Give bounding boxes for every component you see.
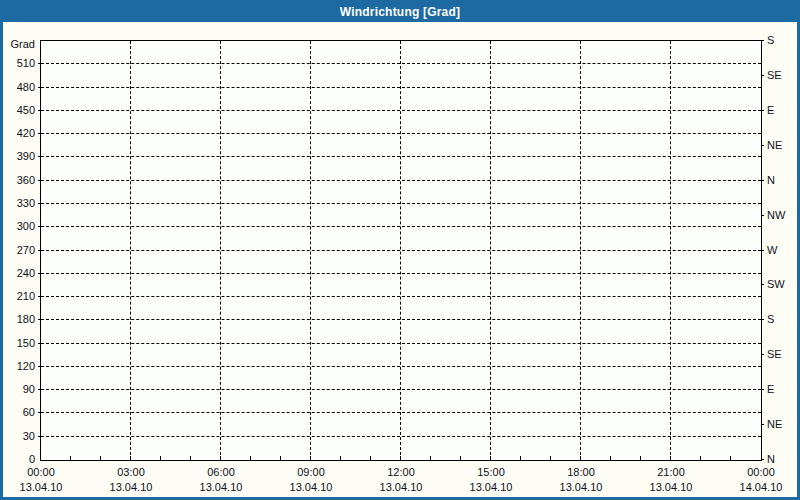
y-grid-line bbox=[41, 412, 761, 413]
x-tick-date: 13.04.10 bbox=[266, 481, 356, 493]
x-axis-minor-tick bbox=[430, 456, 431, 460]
y-axis-left-tick-label: 240 bbox=[17, 267, 35, 280]
y-axis-left-tick bbox=[38, 319, 41, 320]
y-axis-left-tick-label: 390 bbox=[17, 150, 35, 163]
y-grid-line bbox=[41, 226, 761, 227]
window-title-bar: Windrichtung [Grad] bbox=[3, 3, 797, 22]
x-tick-date: 13.04.10 bbox=[356, 481, 446, 493]
x-axis-tick-label: 06:0013.04.10 bbox=[176, 460, 266, 493]
y-axis-left-tick bbox=[38, 133, 41, 134]
x-axis-tick-label: 09:0013.04.10 bbox=[266, 460, 356, 493]
y-grid-line bbox=[41, 366, 761, 367]
x-tick-date: 14.04.10 bbox=[716, 481, 800, 493]
x-axis-tick-label: 00:0014.04.10 bbox=[716, 460, 800, 493]
x-axis-minor-tick bbox=[100, 456, 101, 460]
y-grid-line bbox=[41, 343, 761, 344]
page-title: Windrichtung [Grad] bbox=[340, 5, 460, 19]
x-tick-time: 00:00 bbox=[0, 466, 86, 478]
y-grid-line bbox=[41, 296, 761, 297]
y-axis-left-tick-label: 300 bbox=[17, 220, 35, 233]
y-grid-line bbox=[41, 273, 761, 274]
y-grid-line bbox=[41, 180, 761, 181]
chart-window: Windrichtung [Grad] 03060901201501802102… bbox=[0, 0, 800, 500]
y-axis-left-tick bbox=[38, 203, 41, 204]
y-grid-line bbox=[41, 63, 761, 64]
x-axis-tick-label: 03:0013.04.10 bbox=[86, 460, 176, 493]
y-grid-line bbox=[41, 133, 761, 134]
y-axis-left-tick-label: 180 bbox=[17, 313, 35, 326]
x-grid-line bbox=[490, 41, 491, 460]
x-axis-minor-tick bbox=[160, 456, 161, 460]
x-grid-line bbox=[580, 41, 581, 460]
x-tick-time: 03:00 bbox=[86, 466, 176, 478]
x-axis-minor-tick bbox=[550, 456, 551, 460]
y-axis-left-tick-label: 30 bbox=[23, 430, 35, 443]
y-grid-line bbox=[41, 87, 761, 88]
x-axis-minor-tick bbox=[190, 456, 191, 460]
x-tick-date: 13.04.10 bbox=[0, 481, 86, 493]
x-tick-time: 15:00 bbox=[446, 466, 536, 478]
y-axis-right-tick-label: S bbox=[767, 313, 774, 326]
x-tick-time: 06:00 bbox=[176, 466, 266, 478]
y-axis-right-tick-label: S bbox=[767, 34, 774, 47]
y-axis-right-tick-label: N bbox=[767, 174, 775, 187]
y-grid-line bbox=[41, 156, 761, 157]
y-axis-right-tick bbox=[761, 424, 764, 425]
y-axis-right-tick bbox=[761, 250, 764, 251]
x-axis-minor-tick bbox=[730, 456, 731, 460]
y-axis-left-tick-label: 210 bbox=[17, 290, 35, 303]
y-grid-line bbox=[41, 110, 761, 111]
x-tick-date: 13.04.10 bbox=[176, 481, 266, 493]
y-axis-right-tick bbox=[761, 145, 764, 146]
x-axis-tick-label: 12:0013.04.10 bbox=[356, 460, 446, 493]
y-axis-right-tick-label: W bbox=[767, 244, 777, 257]
y-axis-left-tick-label: 270 bbox=[17, 244, 35, 257]
y-axis-left-tick-label: 90 bbox=[23, 383, 35, 396]
y-axis-left-tick bbox=[38, 226, 41, 227]
x-axis-minor-tick bbox=[70, 456, 71, 460]
x-axis-minor-tick bbox=[310, 456, 311, 460]
x-axis-minor-tick bbox=[520, 456, 521, 460]
x-axis-minor-tick bbox=[340, 456, 341, 460]
y-axis-left-tick-label: 450 bbox=[17, 104, 35, 117]
x-axis-minor-tick bbox=[670, 456, 671, 460]
y-axis-right-tick-label: SE bbox=[767, 69, 782, 82]
y-axis-left-tick bbox=[38, 296, 41, 297]
plot-area: 0306090120150180210240270300330360390420… bbox=[40, 40, 762, 461]
x-axis-minor-tick bbox=[220, 456, 221, 460]
y-axis-right-tick bbox=[761, 215, 764, 216]
y-axis-right-tick bbox=[761, 180, 764, 181]
x-tick-time: 00:00 bbox=[716, 466, 800, 478]
x-grid-line bbox=[130, 41, 131, 460]
y-grid-line bbox=[41, 203, 761, 204]
x-axis-minor-tick bbox=[460, 456, 461, 460]
x-axis-tick-label: 18:0013.04.10 bbox=[536, 460, 626, 493]
x-axis-minor-tick bbox=[280, 456, 281, 460]
y-axis-right-tick bbox=[761, 319, 764, 320]
y-axis-left-tick bbox=[38, 110, 41, 111]
x-tick-time: 21:00 bbox=[626, 466, 716, 478]
y-axis-left-tick-label: 120 bbox=[17, 360, 35, 373]
y-axis-left-tick-label: 330 bbox=[17, 197, 35, 210]
x-tick-time: 09:00 bbox=[266, 466, 356, 478]
y-axis-left-tick bbox=[38, 366, 41, 367]
y-axis-right-tick-label: E bbox=[767, 104, 774, 117]
y-axis-left-tick-label: 150 bbox=[17, 337, 35, 350]
x-tick-date: 13.04.10 bbox=[86, 481, 176, 493]
x-axis-minor-tick bbox=[400, 456, 401, 460]
y-axis-left-tick bbox=[38, 250, 41, 251]
y-axis-left-tick bbox=[38, 389, 41, 390]
y-axis-right-tick bbox=[761, 284, 764, 285]
y-axis-left-tick bbox=[38, 436, 41, 437]
x-axis-tick-label: 15:0013.04.10 bbox=[446, 460, 536, 493]
x-axis-tick-label: 00:0013.04.10 bbox=[0, 460, 86, 493]
x-axis-minor-tick bbox=[640, 456, 641, 460]
x-tick-date: 13.04.10 bbox=[446, 481, 536, 493]
y-axis-right-tick-label: NW bbox=[767, 209, 785, 222]
x-axis-minor-tick bbox=[610, 456, 611, 460]
x-axis-minor-tick bbox=[250, 456, 251, 460]
y-axis-right-tick bbox=[761, 354, 764, 355]
x-axis-minor-tick bbox=[130, 456, 131, 460]
y-axis-title: Grad bbox=[11, 38, 35, 51]
x-grid-line bbox=[220, 41, 221, 460]
